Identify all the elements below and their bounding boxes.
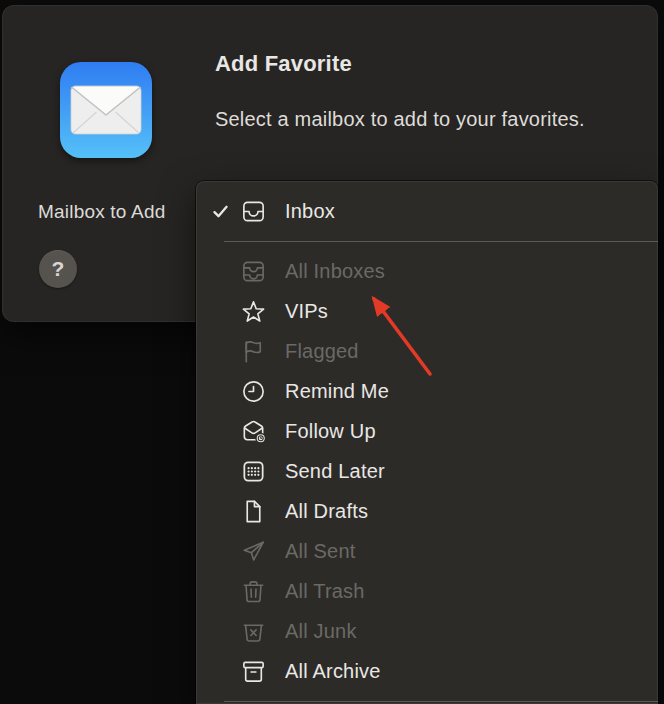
menu-separator xyxy=(224,241,658,242)
dialog-title: Add Favorite xyxy=(215,51,352,77)
tray-stack-icon xyxy=(236,257,270,285)
menu-item-inbox[interactable]: Inbox xyxy=(196,191,658,231)
menu-item-vips[interactable]: VIPs xyxy=(196,291,658,331)
mail-app-icon xyxy=(60,62,152,158)
archive-box-icon xyxy=(236,657,270,685)
menu-item-label: Inbox xyxy=(285,200,335,223)
checkmark-icon xyxy=(209,500,231,522)
clock-icon xyxy=(236,377,270,405)
help-button[interactable]: ? xyxy=(39,250,77,288)
menu-item-flagged: Flagged xyxy=(196,331,658,371)
checkmark-icon xyxy=(209,380,231,402)
checkmark-icon xyxy=(209,200,231,222)
screenshot-stage: Add Favorite Select a mailbox to add to … xyxy=(0,0,664,704)
checkmark-icon xyxy=(209,340,231,362)
menu-item-label: All Drafts xyxy=(285,500,368,523)
checkmark-icon xyxy=(209,300,231,322)
menu-item-label: VIPs xyxy=(285,300,328,323)
dialog-subtitle: Select a mailbox to add to your favorite… xyxy=(215,108,585,131)
checkmark-icon xyxy=(209,660,231,682)
menu-item-all-trash: All Trash xyxy=(196,571,658,611)
envelope-icon xyxy=(70,85,142,135)
envelope-open-badge-icon xyxy=(236,417,270,445)
menu-item-all-archive[interactable]: All Archive xyxy=(196,651,658,691)
menu-item-all-junk: All Junk xyxy=(196,611,658,651)
menu-separator xyxy=(224,701,658,702)
flag-icon xyxy=(236,337,270,365)
paperplane-icon xyxy=(236,537,270,565)
star-icon xyxy=(236,297,270,325)
checkmark-icon xyxy=(209,580,231,602)
menu-item-label: Remind Me xyxy=(285,380,389,403)
checkmark-icon xyxy=(209,260,231,282)
menu-item-all-drafts[interactable]: All Drafts xyxy=(196,491,658,531)
mailbox-menu: Inbox All Inboxes VIPs Flagged xyxy=(196,181,658,704)
mailbox-to-add-label: Mailbox to Add xyxy=(38,201,165,223)
menu-item-follow-up[interactable]: Follow Up xyxy=(196,411,658,451)
checkmark-icon xyxy=(209,620,231,642)
menu-item-label: Follow Up xyxy=(285,420,376,443)
menu-item-label: All Junk xyxy=(285,620,357,643)
menu-item-label: All Sent xyxy=(285,540,356,563)
trash-icon xyxy=(236,577,270,605)
menu-item-label: Send Later xyxy=(285,460,385,483)
checkmark-icon xyxy=(209,540,231,562)
tray-icon xyxy=(236,197,270,225)
menu-item-label: All Inboxes xyxy=(285,260,385,283)
menu-item-all-sent: All Sent xyxy=(196,531,658,571)
checkmark-icon xyxy=(209,420,231,442)
menu-item-label: All Trash xyxy=(285,580,365,603)
junk-bin-icon xyxy=(236,617,270,645)
calendar-icon xyxy=(236,457,270,485)
menu-item-remind-me[interactable]: Remind Me xyxy=(196,371,658,411)
doc-icon xyxy=(236,497,270,525)
menu-item-send-later[interactable]: Send Later xyxy=(196,451,658,491)
checkmark-icon xyxy=(209,460,231,482)
menu-item-label: Flagged xyxy=(285,340,359,363)
menu-item-label: All Archive xyxy=(285,660,381,683)
menu-item-all-inboxes: All Inboxes xyxy=(196,251,658,291)
